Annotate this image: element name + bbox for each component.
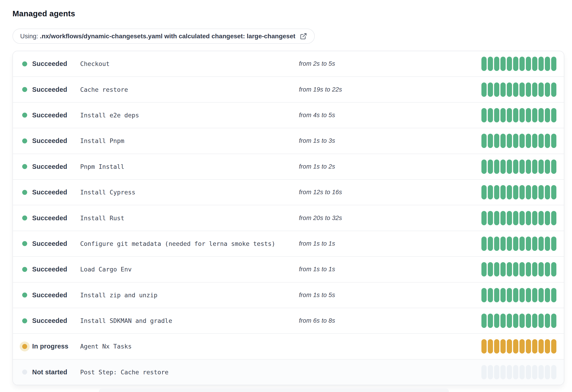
agent-row[interactable]: Succeeded Configure git metadata (needed…: [13, 231, 564, 256]
progress-segment: [551, 108, 556, 122]
progress-segment: [494, 211, 499, 225]
agent-row[interactable]: Not started Post Step: Cache restore: [13, 359, 564, 385]
agent-status: Not started: [22, 368, 80, 376]
progress-segment: [539, 237, 544, 251]
agent-row[interactable]: In progress Agent Nx Tasks: [13, 333, 564, 359]
status-dot-icon: [22, 138, 27, 144]
progress-segment: [488, 108, 493, 122]
agent-status: Succeeded: [22, 112, 80, 119]
progress-segment: [488, 339, 493, 354]
progress-segment: [539, 288, 544, 302]
status-dot-icon: [22, 293, 27, 297]
progress-segment: [539, 160, 544, 174]
progress-segment: [526, 160, 531, 174]
progress-segment: [513, 288, 518, 302]
progress-segment: [500, 314, 506, 328]
progress-segment: [520, 262, 525, 277]
progress-segment: [545, 314, 550, 328]
progress-segment: [481, 57, 487, 71]
progress-segment: [520, 288, 525, 302]
step-name: Configure git metadata (needed for lerna…: [80, 240, 299, 247]
progress-segment: [513, 211, 518, 225]
progress-segment: [481, 134, 487, 148]
agent-status: Succeeded: [22, 163, 80, 170]
agent-row[interactable]: Succeeded Pnpm Install from 1s to 2s: [13, 154, 564, 179]
status-label: Succeeded: [32, 137, 67, 145]
agent-row[interactable]: Succeeded Install SDKMAN and gradle from…: [13, 308, 564, 333]
progress-segment: [545, 134, 550, 148]
progress-segment: [500, 211, 506, 225]
progress-segment: [481, 108, 487, 122]
progress-segment: [526, 108, 531, 122]
progress-segment: [532, 365, 537, 379]
progress-segment: [481, 288, 487, 302]
progress-segment: [481, 314, 487, 328]
step-name: Load Cargo Env: [80, 266, 299, 273]
progress-segment: [507, 339, 512, 354]
agent-status: In progress: [22, 343, 80, 350]
progress-segment: [545, 82, 550, 97]
status-label: Succeeded: [32, 214, 67, 222]
progress-segment: [513, 339, 518, 354]
progress-segment: [545, 108, 550, 122]
progress-segment: [545, 160, 550, 174]
progress-segment: [532, 160, 537, 174]
progress-segment: [532, 288, 537, 302]
progress-segment: [500, 339, 506, 354]
progress-segment: [481, 185, 487, 199]
progress-segment: [507, 365, 512, 379]
progress-segment: [488, 82, 493, 97]
progress-segment: [532, 82, 537, 97]
progress-segment: [494, 365, 499, 379]
progress-bar: [481, 365, 556, 379]
progress-segment: [500, 365, 506, 379]
progress-segment: [526, 288, 531, 302]
step-name: Agent Nx Tasks: [80, 343, 299, 350]
agent-row[interactable]: Succeeded Install Cypress from 12s to 16…: [13, 179, 564, 205]
progress-segment: [551, 339, 556, 354]
progress-segment: [545, 288, 550, 302]
progress-segment: [513, 365, 518, 379]
progress-segment: [520, 339, 525, 354]
progress-segment: [526, 134, 531, 148]
progress-segment: [551, 57, 556, 71]
status-label: Succeeded: [32, 266, 67, 273]
progress-segment: [532, 57, 537, 71]
progress-segment: [507, 57, 512, 71]
duration-range: from 19s to 22s: [299, 86, 481, 93]
step-name: Install e2e deps: [80, 112, 299, 119]
agent-row[interactable]: Succeeded Load Cargo Env from 1s to 1s: [13, 256, 564, 282]
agent-status: Succeeded: [22, 60, 80, 67]
progress-segment: [520, 82, 525, 97]
step-name: Install Rust: [80, 214, 299, 222]
progress-segment: [520, 108, 525, 122]
progress-segment: [481, 262, 487, 277]
progress-segment: [507, 134, 512, 148]
progress-segment: [507, 185, 512, 199]
progress-segment: [551, 160, 556, 174]
agent-row[interactable]: Succeeded Checkout from 2s to 5s: [13, 51, 564, 76]
progress-segment: [507, 288, 512, 302]
progress-segment: [481, 160, 487, 174]
progress-segment: [500, 185, 506, 199]
progress-segment: [551, 82, 556, 97]
progress-segment: [513, 185, 518, 199]
agent-row[interactable]: Succeeded Cache restore from 19s to 22s: [13, 76, 564, 102]
progress-segment: [545, 57, 550, 71]
progress-segment: [539, 82, 544, 97]
progress-bar: [481, 185, 556, 199]
agent-row[interactable]: Succeeded Install Pnpm from 1s to 3s: [13, 128, 564, 153]
progress-segment: [520, 160, 525, 174]
progress-bar: [481, 108, 556, 122]
agent-row[interactable]: Succeeded Install e2e deps from 4s to 5s: [13, 102, 564, 128]
progress-segment: [551, 288, 556, 302]
status-label: Succeeded: [32, 60, 67, 67]
status-dot-icon: [22, 113, 27, 118]
progress-segment: [520, 211, 525, 225]
progress-bar: [481, 314, 556, 328]
workflow-config-chip[interactable]: Using: .nx/workflows/dynamic-changesets.…: [13, 29, 315, 44]
progress-segment: [532, 108, 537, 122]
agent-row[interactable]: Succeeded Install Rust from 20s to 32s: [13, 205, 564, 230]
agent-row[interactable]: Succeeded Install zip and unzip from 1s …: [13, 282, 564, 308]
progress-segment: [520, 365, 525, 379]
